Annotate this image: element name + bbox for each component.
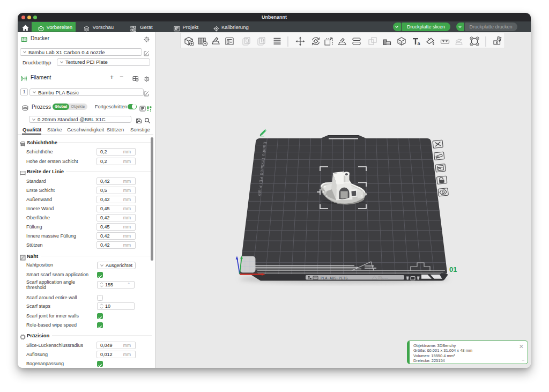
svg-text:SUPPORT: SUPPORT <box>378 278 388 280</box>
svg-text:PLA·ABS·PETG: PLA·ABS·PETG <box>321 277 348 280</box>
svg-text:01: 01 <box>449 265 457 273</box>
